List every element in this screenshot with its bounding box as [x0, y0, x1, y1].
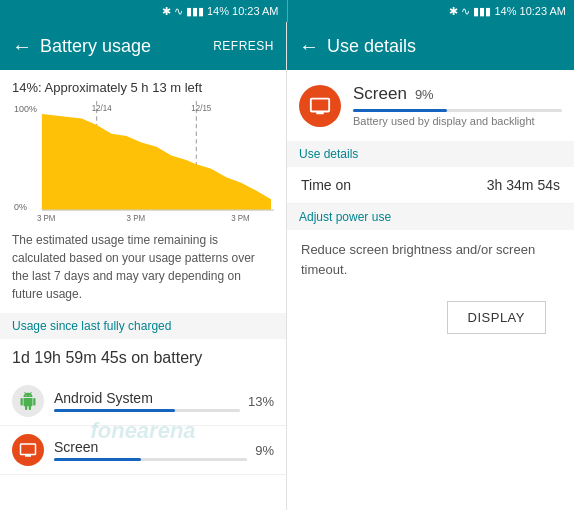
status-bar-left: ✱ ∿ ▮▮▮ 14% 10:23 AM — [0, 0, 287, 22]
use-details-header: Use details — [287, 141, 574, 167]
battery-summary: 14%: Approximately 5 h 13 m left — [0, 70, 286, 101]
back-button-left[interactable]: ← — [12, 35, 32, 58]
adjust-text: Reduce screen brightness and/or screen t… — [287, 230, 574, 289]
svg-text:0%: 0% — [14, 201, 28, 212]
battery-left: 14% — [207, 5, 229, 17]
detail-progress-fill — [353, 109, 447, 112]
time-on-label: Time on — [301, 177, 487, 193]
status-bar-right: ✱ ∿ ▮▮▮ 14% 10:23 AM — [288, 0, 575, 22]
right-toolbar: ← Use details — [287, 22, 574, 70]
time-left: 10:23 AM — [232, 5, 278, 17]
android-system-name: Android System — [54, 390, 240, 406]
bluetooth-icon-right: ✱ — [449, 5, 458, 18]
android-system-percent: 13% — [248, 394, 274, 409]
screen-bar-left — [54, 458, 247, 461]
battery-chart: 100% 0% 12/14 12/15 3 PM 3 PM 3 PM — [0, 101, 286, 221]
display-button[interactable]: DISPLAY — [447, 301, 546, 334]
left-toolbar-title: Battery usage — [40, 36, 213, 57]
wifi-icon-left: ∿ — [174, 5, 183, 18]
left-panel: ← Battery usage REFRESH 14%: Approximate… — [0, 22, 287, 510]
detail-progress-bar — [353, 109, 562, 112]
android-system-info: Android System — [54, 390, 240, 412]
svg-text:3 PM: 3 PM — [231, 213, 250, 221]
app-item-android[interactable]: Android System 13% — [0, 377, 286, 426]
wifi-icon-right: ∿ — [461, 5, 470, 18]
svg-text:12/15: 12/15 — [191, 102, 211, 112]
usage-time: 1d 19h 59m 45s on battery — [0, 339, 286, 377]
chart-svg: 100% 0% 12/14 12/15 3 PM 3 PM 3 PM — [12, 101, 274, 221]
battery-right: 14% — [494, 5, 516, 17]
signal-icon-left: ▮▮▮ — [186, 5, 204, 18]
left-toolbar: ← Battery usage REFRESH — [0, 22, 286, 70]
app-item-screen[interactable]: Screen 9% fonearena — [0, 426, 286, 475]
time-on-value: 3h 34m 54s — [487, 177, 560, 193]
detail-title: Screen — [353, 84, 407, 104]
svg-text:3 PM: 3 PM — [127, 213, 146, 221]
android-system-icon — [12, 385, 44, 417]
right-panel: ← Use details Screen 9% Battery used by … — [287, 22, 574, 510]
main-container: ← Battery usage REFRESH 14%: Approximate… — [0, 22, 574, 510]
time-right: 10:23 AM — [520, 5, 566, 17]
refresh-button[interactable]: REFRESH — [213, 39, 274, 53]
screen-name-left: Screen — [54, 439, 247, 455]
screen-icon-left — [12, 434, 44, 466]
status-bar: ✱ ∿ ▮▮▮ 14% 10:23 AM ✱ ∿ ▮▮▮ 14% 10:23 A… — [0, 0, 574, 22]
detail-header: Screen 9% Battery used by display and ba… — [287, 70, 574, 141]
signal-icon-right: ▮▮▮ — [473, 5, 491, 18]
adjust-power-header: Adjust power use — [287, 204, 574, 230]
android-system-bar-fill — [54, 409, 175, 412]
screen-detail-icon — [299, 85, 341, 127]
detail-title-row: Screen 9% Battery used by display and ba… — [353, 84, 562, 127]
android-system-bar — [54, 409, 240, 412]
screen-info-left: Screen — [54, 439, 247, 461]
screen-percent-left: 9% — [255, 443, 274, 458]
bluetooth-icon-left: ✱ — [162, 5, 171, 18]
detail-percent: 9% — [415, 87, 434, 102]
svg-marker-6 — [42, 114, 271, 210]
detail-subtitle: Battery used by display and backlight — [353, 115, 562, 127]
back-button-right[interactable]: ← — [299, 35, 319, 58]
svg-text:100%: 100% — [14, 103, 38, 114]
svg-text:12/14: 12/14 — [92, 102, 112, 112]
time-on-row: Time on 3h 34m 54s — [287, 167, 574, 204]
usage-section-header: Usage since last fully charged — [0, 313, 286, 339]
right-toolbar-title: Use details — [327, 36, 562, 57]
info-text: The estimated usage time remaining is ca… — [0, 221, 286, 313]
screen-bar-fill-left — [54, 458, 141, 461]
svg-text:3 PM: 3 PM — [37, 213, 56, 221]
